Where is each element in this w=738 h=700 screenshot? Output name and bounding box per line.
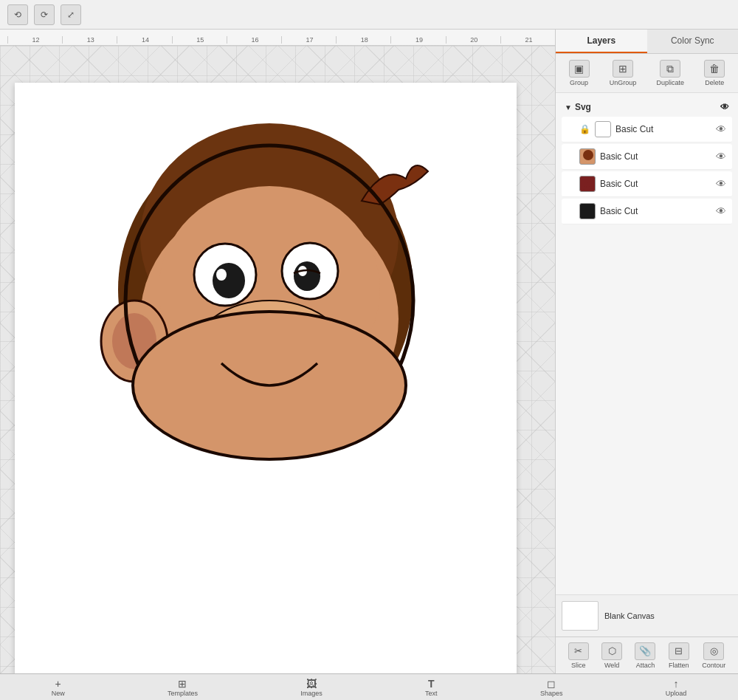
slice-label: Slice xyxy=(571,662,586,669)
eye-icon-1[interactable]: 👁 xyxy=(716,123,726,135)
duplicate-label: Duplicate xyxy=(657,79,685,86)
main-area: 12 13 14 15 16 17 18 19 20 21 xyxy=(0,30,738,673)
right-panel: Layers Color Sync ▣ Group ⊞ UnGroup ⧉ Du… xyxy=(555,30,738,673)
flatten-icon: ⊟ xyxy=(669,642,689,660)
expand-arrow: ▼ xyxy=(565,103,572,111)
svg-point-10 xyxy=(294,261,320,291)
delete-icon: 🗑 xyxy=(704,60,725,78)
blank-canvas-thumbnail xyxy=(562,601,599,631)
ruler-mark: 16 xyxy=(227,36,281,44)
color-swatch-4 xyxy=(579,203,596,219)
app-text-button[interactable]: T Text xyxy=(425,678,438,697)
lock-icon-1: 🔒 xyxy=(579,124,590,134)
attach-button[interactable]: 📎 Attach xyxy=(632,641,658,670)
app-upload-button[interactable]: ↑ Upload xyxy=(666,678,687,697)
ruler-mark: 12 xyxy=(7,36,62,44)
templates-label: Templates xyxy=(168,690,198,697)
panel-bottom-toolbar: ✂ Slice ⬡ Weld 📎 Attach ⊟ Flatten ◎ Cont… xyxy=(556,636,738,673)
ruler-marks: 12 13 14 15 16 17 18 19 20 21 xyxy=(0,36,555,44)
color-swatch-3 xyxy=(579,176,596,192)
shapes-label: Shapes xyxy=(540,690,563,697)
app-bottom-bar: + New ⊞ Templates 🖼 Images T Text ◻ Shap… xyxy=(0,673,738,700)
new-icon: + xyxy=(55,678,61,690)
group-label: Group xyxy=(570,79,588,86)
layer-item-2[interactable]: Basic Cut 👁 xyxy=(562,144,732,170)
layer-group-svg: ▼ Svg 👁 🔒 Basic Cut 👁 xyxy=(556,96,738,229)
attach-label: Attach xyxy=(636,662,655,669)
shapes-icon: ◻ xyxy=(547,678,556,690)
delete-button[interactable]: 🗑 Delete xyxy=(701,58,728,88)
app-new-button[interactable]: + New xyxy=(52,678,65,697)
templates-icon: ⊞ xyxy=(178,678,187,690)
undo-button[interactable]: ⟲ xyxy=(7,4,28,25)
eye-icon-4[interactable]: 👁 xyxy=(716,205,726,217)
zoom-button[interactable]: ⤢ xyxy=(61,4,81,25)
duplicate-button[interactable]: ⧉ Duplicate xyxy=(654,58,688,88)
color-swatch-2 xyxy=(579,148,596,165)
ruler-mark: 21 xyxy=(500,36,555,44)
layer-label-2: Basic Cut xyxy=(600,151,711,162)
eye-icon-3[interactable]: 👁 xyxy=(716,178,726,190)
contour-icon: ◎ xyxy=(703,642,724,660)
ruler-mark: 18 xyxy=(336,36,390,44)
ruler-top: 12 13 14 15 16 17 18 19 20 21 xyxy=(0,30,555,46)
ruler-mark: 19 xyxy=(390,36,445,44)
panel-tabs: Layers Color Sync xyxy=(556,30,738,54)
layer-label-4: Basic Cut xyxy=(600,206,711,216)
slice-button[interactable]: ✂ Slice xyxy=(565,641,592,670)
flatten-label: Flatten xyxy=(669,662,689,669)
ruler-mark: 15 xyxy=(172,36,227,44)
svg-point-17 xyxy=(583,150,593,160)
group-eye[interactable]: 👁 xyxy=(720,102,729,112)
svg-point-11 xyxy=(216,269,227,281)
color-swatch-1 xyxy=(595,121,611,137)
delete-label: Delete xyxy=(705,79,724,86)
svg-point-9 xyxy=(213,263,245,298)
weld-icon: ⬡ xyxy=(601,642,622,660)
duplicate-icon: ⧉ xyxy=(660,60,680,78)
weld-label: Weld xyxy=(604,662,619,669)
group-button[interactable]: ▣ Group xyxy=(566,58,593,88)
text-label: Text xyxy=(425,690,438,697)
ruler-mark: 17 xyxy=(281,36,336,44)
upload-label: Upload xyxy=(666,690,687,697)
blank-canvas-row: Blank Canvas xyxy=(556,594,738,636)
tab-color-sync[interactable]: Color Sync xyxy=(647,30,739,53)
slice-icon: ✂ xyxy=(568,642,589,660)
layer-label-1: Basic Cut xyxy=(615,124,711,134)
flatten-button[interactable]: ⊟ Flatten xyxy=(666,641,692,670)
app-shapes-button[interactable]: ◻ Shapes xyxy=(540,678,563,697)
layer-group-header[interactable]: ▼ Svg 👁 xyxy=(562,99,732,115)
text-icon: T xyxy=(428,678,435,690)
upload-icon: ↑ xyxy=(674,678,679,690)
contour-label: Contour xyxy=(702,662,725,669)
new-label: New xyxy=(52,690,65,697)
monkey-illustration[interactable] xyxy=(74,90,458,467)
layer-item-4[interactable]: Basic Cut 👁 xyxy=(562,199,732,224)
ruler-mark: 14 xyxy=(117,36,171,44)
tab-layers[interactable]: Layers xyxy=(556,30,647,53)
images-icon: 🖼 xyxy=(306,678,317,690)
grid-canvas[interactable] xyxy=(0,46,555,673)
contour-button[interactable]: ◎ Contour xyxy=(699,641,728,670)
eye-icon-2[interactable]: 👁 xyxy=(716,151,726,162)
ungroup-icon: ⊞ xyxy=(613,60,633,78)
redo-button[interactable]: ⟳ xyxy=(34,4,55,25)
images-label: Images xyxy=(300,690,323,697)
group-icon: ▣ xyxy=(569,60,590,78)
attach-icon: 📎 xyxy=(635,642,655,660)
layer-item-3[interactable]: Basic Cut 👁 xyxy=(562,171,732,197)
group-name: Svg xyxy=(575,102,591,112)
ungroup-button[interactable]: ⊞ UnGroup xyxy=(607,58,640,88)
ruler-mark: 20 xyxy=(446,36,500,44)
weld-button[interactable]: ⬡ Weld xyxy=(599,641,625,670)
layer-label-3: Basic Cut xyxy=(600,179,711,189)
app-images-button[interactable]: 🖼 Images xyxy=(300,678,323,697)
blank-canvas-label: Blank Canvas xyxy=(604,611,655,620)
app-templates-button[interactable]: ⊞ Templates xyxy=(168,678,198,697)
layer-item-1[interactable]: 🔒 Basic Cut 👁 xyxy=(562,117,732,143)
top-toolbar: ⟲ ⟳ ⤢ xyxy=(0,0,738,30)
ungroup-label: UnGroup xyxy=(610,79,637,86)
canvas-area: 12 13 14 15 16 17 18 19 20 21 xyxy=(0,30,555,673)
layer-tree: ▼ Svg 👁 🔒 Basic Cut 👁 xyxy=(556,93,738,594)
